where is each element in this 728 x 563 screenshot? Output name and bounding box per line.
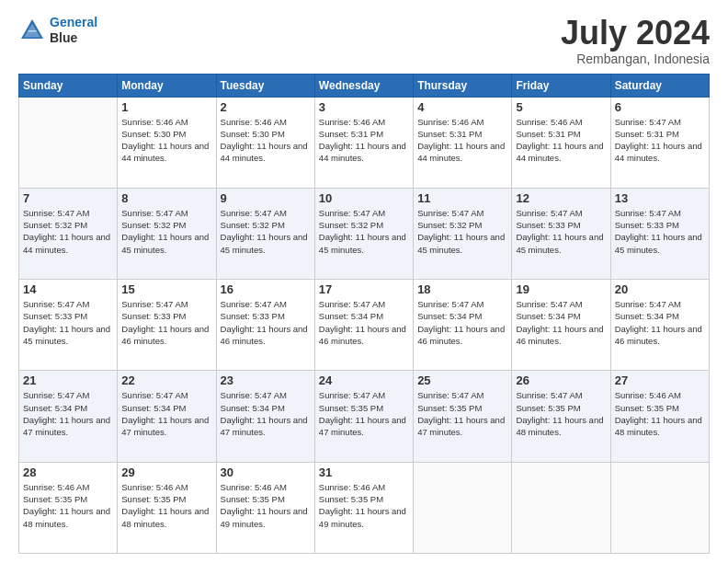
page: General Blue July 2024 Rembangan, Indone…: [0, 0, 728, 563]
day-number: 5: [516, 100, 606, 114]
calendar-header-row: Sunday Monday Tuesday Wednesday Thursday…: [19, 74, 710, 97]
col-saturday: Saturday: [610, 74, 709, 97]
day-info: Sunrise: 5:46 AMSunset: 5:30 PMDaylight:…: [121, 116, 211, 165]
day-info: Sunrise: 5:46 AMSunset: 5:35 PMDaylight:…: [121, 481, 211, 530]
day-number: 16: [221, 282, 311, 296]
day-info: Sunrise: 5:47 AMSunset: 5:34 PMDaylight:…: [319, 298, 409, 347]
day-info: Sunrise: 5:46 AMSunset: 5:31 PMDaylight:…: [516, 116, 606, 165]
table-row: 22Sunrise: 5:47 AMSunset: 5:34 PMDayligh…: [118, 371, 216, 462]
day-number: 27: [615, 373, 705, 387]
day-info: Sunrise: 5:47 AMSunset: 5:34 PMDaylight:…: [417, 298, 507, 347]
day-number: 11: [417, 191, 507, 205]
day-number: 19: [516, 282, 606, 296]
day-number: 29: [121, 465, 211, 479]
day-info: Sunrise: 5:46 AMSunset: 5:31 PMDaylight:…: [417, 116, 507, 165]
table-row: [19, 97, 118, 188]
table-row: 7Sunrise: 5:47 AMSunset: 5:32 PMDaylight…: [19, 188, 118, 279]
day-info: Sunrise: 5:47 AMSunset: 5:34 PMDaylight:…: [221, 389, 311, 438]
logo-icon: [18, 17, 46, 44]
logo: General Blue: [18, 15, 97, 46]
table-row: 24Sunrise: 5:47 AMSunset: 5:35 PMDayligh…: [314, 371, 413, 462]
day-number: 6: [615, 100, 705, 114]
day-number: 31: [319, 465, 409, 479]
table-row: 4Sunrise: 5:46 AMSunset: 5:31 PMDaylight…: [414, 97, 512, 188]
col-friday: Friday: [512, 74, 610, 97]
day-number: 14: [23, 282, 113, 296]
table-row: 8Sunrise: 5:47 AMSunset: 5:32 PMDaylight…: [118, 188, 216, 279]
table-row: 30Sunrise: 5:46 AMSunset: 5:35 PMDayligh…: [216, 462, 314, 553]
day-info: Sunrise: 5:47 AMSunset: 5:32 PMDaylight:…: [221, 207, 311, 256]
calendar-week-row: 14Sunrise: 5:47 AMSunset: 5:33 PMDayligh…: [19, 280, 710, 371]
table-row: 5Sunrise: 5:46 AMSunset: 5:31 PMDaylight…: [512, 97, 610, 188]
day-number: 9: [221, 191, 311, 205]
day-info: Sunrise: 5:47 AMSunset: 5:34 PMDaylight:…: [121, 389, 211, 438]
day-number: 25: [417, 373, 507, 387]
day-number: 18: [417, 282, 507, 296]
day-number: 28: [23, 465, 113, 479]
header: General Blue July 2024 Rembangan, Indone…: [18, 15, 710, 66]
table-row: 13Sunrise: 5:47 AMSunset: 5:33 PMDayligh…: [610, 188, 709, 279]
col-tuesday: Tuesday: [216, 74, 314, 97]
day-info: Sunrise: 5:47 AMSunset: 5:34 PMDaylight:…: [615, 298, 705, 347]
day-info: Sunrise: 5:46 AMSunset: 5:35 PMDaylight:…: [221, 481, 311, 530]
day-info: Sunrise: 5:47 AMSunset: 5:32 PMDaylight:…: [121, 207, 211, 256]
table-row: 29Sunrise: 5:46 AMSunset: 5:35 PMDayligh…: [118, 462, 216, 553]
day-info: Sunrise: 5:47 AMSunset: 5:34 PMDaylight:…: [23, 389, 113, 438]
col-wednesday: Wednesday: [314, 74, 413, 97]
calendar-week-row: 28Sunrise: 5:46 AMSunset: 5:35 PMDayligh…: [19, 462, 710, 553]
table-row: [414, 462, 512, 553]
table-row: 19Sunrise: 5:47 AMSunset: 5:34 PMDayligh…: [512, 280, 610, 371]
day-info: Sunrise: 5:47 AMSunset: 5:33 PMDaylight:…: [516, 207, 606, 256]
main-title: July 2024: [561, 15, 710, 52]
table-row: 6Sunrise: 5:47 AMSunset: 5:31 PMDaylight…: [610, 97, 709, 188]
day-number: 1: [121, 100, 211, 114]
day-info: Sunrise: 5:47 AMSunset: 5:34 PMDaylight:…: [516, 298, 606, 347]
table-row: 23Sunrise: 5:47 AMSunset: 5:34 PMDayligh…: [216, 371, 314, 462]
table-row: 16Sunrise: 5:47 AMSunset: 5:33 PMDayligh…: [216, 280, 314, 371]
table-row: 12Sunrise: 5:47 AMSunset: 5:33 PMDayligh…: [512, 188, 610, 279]
day-info: Sunrise: 5:47 AMSunset: 5:32 PMDaylight:…: [319, 207, 409, 256]
table-row: [512, 462, 610, 553]
table-row: 14Sunrise: 5:47 AMSunset: 5:33 PMDayligh…: [19, 280, 118, 371]
calendar-table: Sunday Monday Tuesday Wednesday Thursday…: [18, 74, 710, 554]
day-info: Sunrise: 5:46 AMSunset: 5:31 PMDaylight:…: [319, 116, 409, 165]
day-info: Sunrise: 5:47 AMSunset: 5:33 PMDaylight:…: [121, 298, 211, 347]
table-row: 18Sunrise: 5:47 AMSunset: 5:34 PMDayligh…: [414, 280, 512, 371]
col-thursday: Thursday: [414, 74, 512, 97]
day-info: Sunrise: 5:46 AMSunset: 5:35 PMDaylight:…: [319, 481, 409, 530]
day-number: 22: [121, 373, 211, 387]
table-row: 9Sunrise: 5:47 AMSunset: 5:32 PMDaylight…: [216, 188, 314, 279]
day-info: Sunrise: 5:47 AMSunset: 5:33 PMDaylight:…: [615, 207, 705, 256]
day-number: 4: [417, 100, 507, 114]
table-row: 2Sunrise: 5:46 AMSunset: 5:30 PMDaylight…: [216, 97, 314, 188]
day-info: Sunrise: 5:46 AMSunset: 5:35 PMDaylight:…: [23, 481, 113, 530]
table-row: 17Sunrise: 5:47 AMSunset: 5:34 PMDayligh…: [314, 280, 413, 371]
table-row: 26Sunrise: 5:47 AMSunset: 5:35 PMDayligh…: [512, 371, 610, 462]
day-number: 7: [23, 191, 113, 205]
table-row: 28Sunrise: 5:46 AMSunset: 5:35 PMDayligh…: [19, 462, 118, 553]
day-number: 2: [221, 100, 311, 114]
day-info: Sunrise: 5:47 AMSunset: 5:33 PMDaylight:…: [221, 298, 311, 347]
day-info: Sunrise: 5:46 AMSunset: 5:35 PMDaylight:…: [615, 389, 705, 438]
col-monday: Monday: [118, 74, 216, 97]
calendar-week-row: 1Sunrise: 5:46 AMSunset: 5:30 PMDaylight…: [19, 97, 710, 188]
table-row: 25Sunrise: 5:47 AMSunset: 5:35 PMDayligh…: [414, 371, 512, 462]
logo-line2: Blue: [50, 30, 97, 46]
day-number: 10: [319, 191, 409, 205]
day-info: Sunrise: 5:47 AMSunset: 5:33 PMDaylight:…: [23, 298, 113, 347]
day-number: 13: [615, 191, 705, 205]
subtitle: Rembangan, Indonesia: [561, 52, 710, 66]
day-info: Sunrise: 5:47 AMSunset: 5:35 PMDaylight:…: [319, 389, 409, 438]
logo-text: General Blue: [50, 15, 97, 46]
day-number: 20: [615, 282, 705, 296]
day-info: Sunrise: 5:47 AMSunset: 5:31 PMDaylight:…: [615, 116, 705, 165]
table-row: 11Sunrise: 5:47 AMSunset: 5:32 PMDayligh…: [414, 188, 512, 279]
table-row: [610, 462, 709, 553]
day-info: Sunrise: 5:47 AMSunset: 5:35 PMDaylight:…: [516, 389, 606, 438]
day-number: 3: [319, 100, 409, 114]
table-row: 21Sunrise: 5:47 AMSunset: 5:34 PMDayligh…: [19, 371, 118, 462]
day-number: 21: [23, 373, 113, 387]
day-number: 30: [221, 465, 311, 479]
table-row: 27Sunrise: 5:46 AMSunset: 5:35 PMDayligh…: [610, 371, 709, 462]
day-info: Sunrise: 5:46 AMSunset: 5:30 PMDaylight:…: [221, 116, 311, 165]
